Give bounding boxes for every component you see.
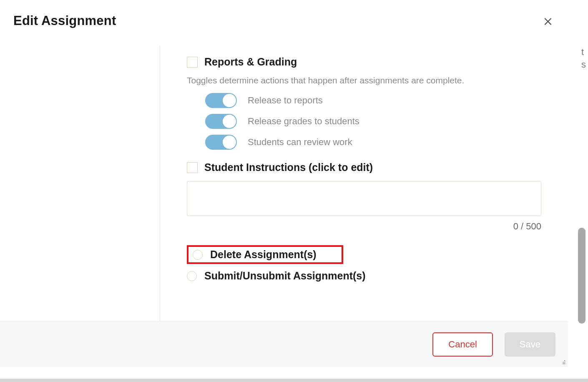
toggle-label: Release grades to students — [248, 116, 359, 127]
modal-title: Edit Assignment — [13, 13, 116, 28]
modal-body: Reports & Grading Toggles determine acti… — [0, 46, 568, 321]
delete-assignment-radio[interactable] — [193, 250, 203, 260]
cancel-button[interactable]: Cancel — [432, 332, 493, 357]
delete-assignment-label: Delete Assignment(s) — [210, 249, 317, 261]
resize-handle-icon[interactable] — [557, 356, 566, 365]
section-student-instructions: Student Instructions (click to edit) 0 /… — [187, 161, 541, 232]
toggle-release-grades-to-students[interactable] — [205, 114, 237, 129]
student-instructions-input[interactable] — [187, 181, 541, 216]
close-icon — [543, 15, 553, 26]
save-button[interactable]: Save — [505, 332, 555, 357]
modal-footer: Cancel Save — [0, 321, 568, 367]
modal-sidebar — [0, 46, 160, 321]
submit-unsubmit-row[interactable]: Submit/Unsubmit Assignment(s) — [187, 270, 541, 282]
student-instructions-counter: 0 / 500 — [187, 221, 541, 232]
modal-content: Reports & Grading Toggles determine acti… — [160, 46, 568, 321]
reports-grading-title: Reports & Grading — [204, 56, 297, 68]
delete-assignment-row[interactable]: Delete Assignment(s) — [187, 245, 343, 264]
page-bottom-edge — [0, 379, 588, 382]
toggle-row-release-grades: Release grades to students — [205, 114, 541, 129]
toggle-release-to-reports[interactable] — [205, 93, 237, 108]
section-reports-grading: Reports & Grading Toggles determine acti… — [187, 56, 541, 150]
reports-grading-subtitle: Toggles determine actions that happen af… — [187, 75, 541, 85]
submit-unsubmit-radio[interactable] — [187, 271, 197, 281]
scrollbar-thumb[interactable] — [578, 228, 585, 324]
student-instructions-title: Student Instructions (click to edit) — [204, 161, 373, 173]
modal-header: Edit Assignment — [0, 0, 568, 38]
toggle-label: Students can review work — [248, 137, 352, 148]
toggle-students-can-review-work[interactable] — [205, 135, 237, 150]
toggle-row-release-reports: Release to reports — [205, 93, 541, 108]
submit-unsubmit-label: Submit/Unsubmit Assignment(s) — [204, 270, 366, 282]
edit-assignment-modal: Edit Assignment Reports & Grading Toggle… — [0, 0, 568, 367]
toggle-row-review-work: Students can review work — [205, 135, 541, 150]
student-instructions-checkbox[interactable] — [187, 162, 198, 173]
reports-grading-checkbox[interactable] — [187, 57, 198, 68]
toggle-label: Release to reports — [248, 95, 323, 106]
close-button[interactable] — [541, 14, 555, 28]
